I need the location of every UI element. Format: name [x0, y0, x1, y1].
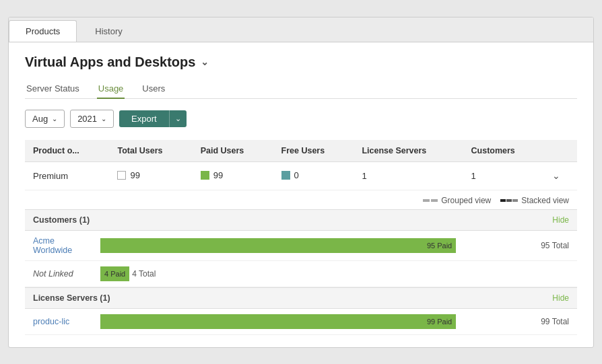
produc-lic-bar-container: 99 Paid [100, 314, 534, 329]
acme-paid-bar: 95 Paid [100, 238, 456, 253]
cell-paid-users: 99 [193, 161, 273, 190]
not-linked-bar-container: 4 Paid 4 Total [100, 266, 569, 281]
cell-customers: 1 [463, 161, 545, 190]
customers-section-header: Customers (1) Hide [25, 209, 577, 231]
col-total-users: Total Users [109, 140, 192, 162]
main-content: Virtual Apps and Desktops ⌄ Server Statu… [9, 42, 593, 347]
page-title: Virtual Apps and Desktops ⌄ [25, 54, 577, 70]
export-button-group: Export ⌄ [119, 110, 187, 127]
paid-users-icon [201, 171, 209, 180]
free-users-icon [281, 171, 290, 180]
produc-lic-label: produc-lic [33, 317, 94, 326]
col-paid-users: Paid Users [193, 140, 273, 162]
col-license-servers: License Servers [354, 140, 463, 162]
export-button[interactable]: Export [119, 110, 169, 127]
month-chevron-icon: ⌄ [52, 115, 57, 122]
col-product: Product o... [25, 140, 109, 162]
main-container: Products History Virtual Apps and Deskto… [8, 17, 594, 348]
grouped-icon [423, 199, 438, 202]
export-dropdown-button[interactable]: ⌄ [169, 110, 187, 127]
tab-history[interactable]: History [78, 20, 139, 42]
col-customers: Customers [463, 140, 545, 162]
produc-lic-total-label: 99 Total [541, 317, 569, 326]
not-linked-bars: 4 Paid [100, 266, 129, 281]
top-tabs-bar: Products History [9, 17, 593, 42]
cell-expand[interactable]: ⌄ [544, 161, 577, 190]
tab-users[interactable]: Users [141, 79, 166, 99]
month-dropdown[interactable]: Aug ⌄ [25, 110, 65, 128]
not-linked-label: Not Linked [33, 269, 94, 279]
tab-products[interactable]: Products [9, 20, 77, 42]
acme-label: Acme Worldwide [33, 236, 94, 255]
stacked-view-toggle[interactable]: Stacked view [500, 196, 569, 205]
grouped-view-toggle[interactable]: Grouped view [423, 196, 491, 205]
table-header-row: Product o... Total Users Paid Users Free… [25, 140, 577, 162]
license-row-produc-lic: produc-lic 99 Paid 99 Total [25, 309, 577, 335]
produc-lic-link[interactable]: produc-lic [33, 317, 69, 326]
customer-row-acme: Acme Worldwide 95 Paid 95 Total [25, 231, 577, 261]
view-toggle-row: Grouped view Stacked view [25, 190, 577, 209]
controls-row: Aug ⌄ 2021 ⌄ Export ⌄ [25, 110, 577, 128]
sub-tabs-bar: Server Status Usage Users [25, 79, 577, 99]
expand-icon[interactable]: ⌄ [552, 170, 560, 181]
total-users-icon [117, 171, 126, 180]
cell-free-users: 0 [273, 161, 354, 190]
year-chevron-icon: ⌄ [101, 115, 106, 122]
title-dropdown-icon[interactable]: ⌄ [201, 57, 209, 67]
cell-license-servers: 1 [354, 161, 463, 190]
year-dropdown[interactable]: 2021 ⌄ [70, 110, 114, 128]
acme-total-label: 95 Total [541, 241, 569, 250]
license-section-header: License Servers (1) Hide [25, 287, 577, 309]
customer-row-not-linked: Not Linked 4 Paid 4 Total [25, 261, 577, 287]
license-hide-link[interactable]: Hide [552, 293, 569, 303]
usage-table: Product o... Total Users Paid Users Free… [25, 140, 577, 190]
not-linked-paid-bar: 4 Paid [100, 266, 129, 281]
cell-total-users: 99 [109, 161, 192, 190]
not-linked-total-label: 4 Total [132, 269, 156, 279]
acme-link[interactable]: Acme Worldwide [33, 236, 72, 255]
col-free-users: Free Users [273, 140, 354, 162]
stacked-icon [500, 199, 518, 202]
acme-bar-container: 95 Paid [100, 238, 534, 253]
customers-hide-link[interactable]: Hide [552, 215, 569, 225]
cell-product: Premium [25, 161, 109, 190]
produc-lic-paid-bar: 99 Paid [100, 314, 456, 329]
tab-server-status[interactable]: Server Status [25, 79, 81, 99]
col-expand [544, 140, 577, 162]
table-row: Premium 99 99 [25, 161, 577, 190]
tab-usage[interactable]: Usage [97, 79, 125, 99]
